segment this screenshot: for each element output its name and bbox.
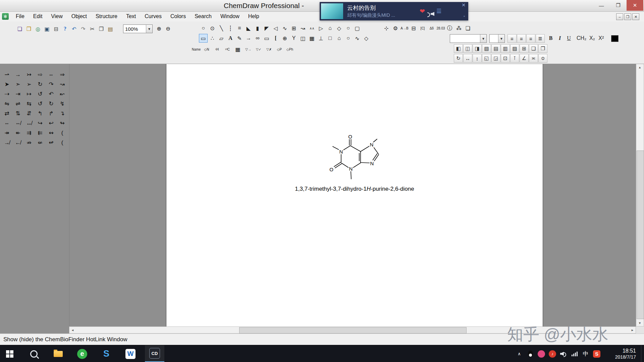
distribute-v-button[interactable]: ⊞ <box>520 44 529 53</box>
arrow-template-button[interactable]: ⇵ <box>23 109 35 118</box>
mdi-minimize-button[interactable]: – <box>616 13 623 20</box>
taskbar-clock[interactable]: 18:51 2018/7/17 <box>604 348 638 360</box>
selection-rect-tool[interactable]: ▭ <box>199 34 208 43</box>
arrow-template-button[interactable]: ( <box>57 138 68 147</box>
rxn-check-button[interactable]: ▽✓ <box>254 45 264 54</box>
flip-vertical-button[interactable]: ↕ <box>473 54 482 63</box>
scroll-down-arrow[interactable]: ▼ <box>637 320 643 326</box>
minimize-button[interactable]: — <box>593 0 610 11</box>
align-left-button[interactable]: ◧ <box>454 44 463 53</box>
eraser-tool[interactable]: ▱ <box>217 34 226 43</box>
arrow-template-button[interactable]: ↶ <box>46 89 57 99</box>
caffeine-structure[interactable]: O N O N N N <box>322 132 389 186</box>
arrow-template-button[interactable]: ⇄ <box>1 109 12 118</box>
arrow-template-button[interactable]: ↫ <box>46 138 57 147</box>
volume-tray-icon[interactable] <box>559 345 568 362</box>
arrow-template-button[interactable]: ⇅ <box>12 109 23 118</box>
arrow-template-button[interactable]: ↚ <box>12 138 23 147</box>
menu-file[interactable]: File <box>11 11 29 21</box>
font-dropdown-arrow[interactable]: ▼ <box>480 35 486 43</box>
font-size-dropdown-arrow[interactable]: ▼ <box>498 35 504 43</box>
menu-structure[interactable]: Structure <box>91 11 122 21</box>
font-color-swatch[interactable] <box>611 35 619 42</box>
chemical-symbol-button[interactable]: [C] <box>418 24 427 33</box>
help-button[interactable]: ? <box>61 24 69 33</box>
variable-attachment-tool[interactable]: Y <box>289 34 298 43</box>
new-document-button[interactable]: ❏ <box>15 24 24 33</box>
distribute-h-button[interactable]: ▨ <box>510 44 519 53</box>
align-right-button[interactable]: ◨ <box>473 44 482 53</box>
zoom-out-button[interactable]: ⊖ <box>164 24 172 33</box>
arrow-template-button[interactable]: ⇍ <box>35 138 46 147</box>
rotate-button[interactable]: ↻ <box>454 54 463 63</box>
zoom-in-button[interactable]: ⊕ <box>155 24 163 33</box>
menu-window[interactable]: Window <box>216 11 244 21</box>
fix-lengths-button[interactable]: ⊺ <box>510 54 519 63</box>
mass-calculator-button[interactable]: 28.03 <box>436 24 445 33</box>
dashed-rect-tool[interactable]: ◫ <box>299 34 307 43</box>
arrow-tool[interactable]: → <box>244 34 253 43</box>
spectrum-button[interactable]: ▦ <box>233 45 243 54</box>
arrow-template-button[interactable]: ↯ <box>57 99 68 109</box>
hollow-wedge-tool[interactable]: ◁ <box>271 24 280 33</box>
arrow-template-button[interactable]: ↮ <box>23 118 35 128</box>
dashed-bond-tool[interactable]: ┆ <box>226 24 235 33</box>
nmr-13c-button[interactable]: ¹³C <box>222 45 232 54</box>
ime-language-indicator[interactable]: 中 <box>582 345 590 362</box>
circle-plus-tool[interactable]: ⊕ <box>280 34 289 43</box>
template-p-button[interactable]: ◇P <box>274 45 284 54</box>
arrow-template-button[interactable]: ↝ <box>57 79 68 89</box>
center-on-page-button[interactable]: ⊡ <box>501 54 510 63</box>
maximize-button[interactable]: ❐ <box>610 0 627 11</box>
rounded-rect-template-tool[interactable]: ▢ <box>353 24 362 33</box>
arrow-template-button[interactable]: ↦ <box>23 89 35 99</box>
multiple-atom-tool[interactable]: ∴ <box>208 34 217 43</box>
arrow-template-button[interactable]: ⇔ <box>1 118 12 128</box>
arrow-template-button[interactable]: ⇨ <box>35 70 46 79</box>
bracket-tool[interactable]: [ <box>271 34 280 43</box>
arrow-template-button[interactable]: ↪ <box>35 118 46 128</box>
arrow-template-button[interactable]: ⇀ <box>1 70 12 79</box>
zoom-combobox[interactable]: 100% ▼ <box>123 24 153 33</box>
pentagon-template-tool[interactable]: ⌂ <box>326 24 334 33</box>
arrow-template-button[interactable]: ⇋ <box>1 99 12 109</box>
clean-up-button[interactable]: ≎ <box>538 54 547 63</box>
structure-query-tool[interactable]: ⊹ <box>382 24 391 33</box>
vertical-scrollbar[interactable]: ▲ ▼ <box>636 64 644 326</box>
music-player-popup[interactable]: 云村的告别 邱有句/编曲漫头MID ... ❤ ☰ ✕ ▫ <box>320 2 468 20</box>
text-align-left-button[interactable]: ≡ <box>507 34 517 43</box>
close-button[interactable]: ✕ <box>627 0 643 11</box>
wedge-bond-tool[interactable]: ◤ <box>262 24 271 33</box>
document-page[interactable]: O N O N N N 1,3,7-trimethyl-3,7-dihydro-… <box>166 64 543 326</box>
arrow-template-button[interactable]: ⇇ <box>35 128 46 138</box>
menu-object[interactable]: Object <box>67 11 91 21</box>
arrow-template-button[interactable]: ⇔ <box>46 70 57 79</box>
arrow-template-button[interactable]: ⇢ <box>1 89 12 99</box>
nmr-shift-button[interactable]: Δδ <box>427 24 436 33</box>
wave-line-tool[interactable]: ∿ <box>353 34 362 43</box>
lasso-tool[interactable]: ○ <box>199 24 208 33</box>
show-desktop-button[interactable] <box>641 345 644 362</box>
italic-button[interactable]: I <box>555 34 564 42</box>
arrow-template-button[interactable]: ⇆ <box>23 99 35 109</box>
arrow-template-button[interactable]: ( <box>57 128 68 138</box>
hotlink-window-button[interactable]: ⊟ <box>409 24 418 33</box>
align-middle-button[interactable]: ▤ <box>491 44 500 53</box>
browser-360-button[interactable]: e <box>72 345 92 362</box>
nmr-1h-button[interactable]: ¹H <box>212 45 222 54</box>
arrow-template-button[interactable]: ⇏ <box>23 138 35 147</box>
arrow-template-button[interactable]: ⇌ <box>12 99 23 109</box>
template-ph-button[interactable]: ◇Ph <box>285 45 295 54</box>
menu-text[interactable]: Text <box>122 11 140 21</box>
solid-bond-tool[interactable]: ╲ <box>217 24 226 33</box>
arrow-template-button[interactable]: ↜ <box>57 89 68 99</box>
rxn-clear-button[interactable]: ▽✗ <box>264 45 274 54</box>
send-to-back-button[interactable]: ◲ <box>491 54 500 63</box>
hashed-bond-tool[interactable]: ≡ <box>235 24 244 33</box>
share-structure-button[interactable]: ⁂ <box>454 24 463 33</box>
group-button[interactable]: ❏ <box>529 44 538 53</box>
arrow-template-button[interactable]: ↣ <box>23 70 35 79</box>
menu-colors[interactable]: Colors <box>166 11 190 21</box>
polygon-shape-tool[interactable]: ◇ <box>362 34 371 43</box>
underline-button[interactable]: U <box>565 34 573 42</box>
